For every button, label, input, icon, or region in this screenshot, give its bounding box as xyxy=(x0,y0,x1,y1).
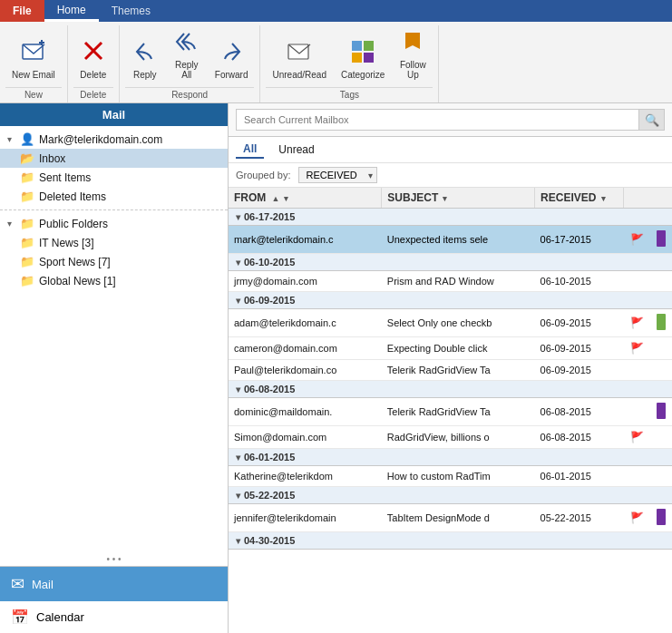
group-row[interactable]: ▾04-30-2015 xyxy=(229,532,672,550)
table-row[interactable]: mark@telerikdomain.cUnexpected items sel… xyxy=(229,226,672,254)
reply-button[interactable]: Reply xyxy=(125,35,165,83)
col-header-from[interactable]: FROM ▲ ▾ xyxy=(229,188,382,209)
filter-bar: All Unread xyxy=(229,137,672,163)
tree-root-account[interactable]: ▾ 👤 Mark@telerikdomain.com xyxy=(0,130,228,149)
delete-label: Delete xyxy=(80,70,106,80)
svg-marker-10 xyxy=(405,33,420,49)
ribbon-group-delete: Delete Delete xyxy=(68,25,120,102)
follow-up-button[interactable]: FollowUp xyxy=(393,25,433,83)
new-email-icon xyxy=(21,39,46,68)
sent-label: Sent Items xyxy=(39,171,91,184)
global-news-label: Global News [1] xyxy=(39,275,116,287)
it-news-label: IT News [3] xyxy=(39,237,93,249)
deleted-label: Deleted Items xyxy=(39,190,106,203)
table-row[interactable]: jennifer@telerikdomainTabItem DesignMode… xyxy=(229,504,672,532)
ribbon-group-delete-buttons: Delete xyxy=(73,25,113,87)
table-row[interactable]: dominic@maildomain.Telerik RadGridView T… xyxy=(229,398,672,426)
follow-up-icon xyxy=(400,29,425,58)
groupby-wrapper: RECEIVED FROM SUBJECT xyxy=(298,167,377,183)
filter-all-button[interactable]: All xyxy=(236,141,264,159)
svg-rect-7 xyxy=(364,41,374,51)
sidebar-item-global-news[interactable]: 📁 Global News [1] xyxy=(0,271,228,290)
col-header-subject[interactable]: SUBJECT ▾ xyxy=(382,188,535,209)
cell-from: cameron@domain.com xyxy=(229,337,382,360)
groupby-select[interactable]: RECEIVED FROM SUBJECT xyxy=(298,167,377,183)
ribbon-group-respond: Reply ReplyAll xyxy=(120,25,261,102)
forward-button[interactable]: Forward xyxy=(209,35,255,83)
sidebar-expand-dots[interactable]: • • • xyxy=(0,552,228,566)
reply-icon xyxy=(133,39,157,68)
sidebar-item-sent[interactable]: 📁 Sent Items xyxy=(0,168,228,187)
table-row[interactable]: Simon@domain.comRadGridView, billions o0… xyxy=(229,426,672,449)
group-toggle: ▾ xyxy=(236,536,240,546)
sidebar: Mail ▾ 👤 Mark@telerikdomain.com 📂 Inbox … xyxy=(0,103,229,633)
cell-subject: RadGridView, billions o xyxy=(382,426,535,449)
search-button[interactable]: 🔍 xyxy=(639,109,665,131)
table-row[interactable]: Paul@telerikdomain.coTelerik RadGridView… xyxy=(229,360,672,381)
cell-received: 06-09-2015 xyxy=(535,360,624,381)
tab-bar: File Home Themes xyxy=(0,0,672,22)
reply-all-label: ReplyAll xyxy=(175,60,199,80)
unread-read-button[interactable]: Unread/Read xyxy=(266,35,332,83)
email-table: FROM ▲ ▾ SUBJECT ▾ RECEIVED ▾ xyxy=(229,188,672,633)
tag-swatch xyxy=(657,314,666,330)
tab-file[interactable]: File xyxy=(0,0,44,22)
ribbon-group-tags: Unread/Read Categorize xyxy=(260,25,439,102)
group-row[interactable]: ▾06-09-2015 xyxy=(229,292,672,309)
categorize-button[interactable]: Categorize xyxy=(335,35,391,83)
calendar-nav-label: Calendar xyxy=(36,610,84,624)
tab-home[interactable]: Home xyxy=(44,0,99,22)
table-row[interactable]: adam@telerikdomain.cSelect Only one chec… xyxy=(229,309,672,337)
sidebar-item-public-folders[interactable]: ▾ 📁 Public Folders xyxy=(0,214,228,233)
filter-unread-button[interactable]: Unread xyxy=(271,141,321,158)
cell-flag xyxy=(624,398,650,426)
sidebar-item-inbox[interactable]: 📂 Inbox xyxy=(0,149,228,168)
inbox-label: Inbox xyxy=(39,152,65,165)
sidebar-header: Mail xyxy=(0,103,228,126)
col-from-filter-icon: ▾ xyxy=(284,194,288,203)
group-row[interactable]: ▾06-10-2015 xyxy=(229,254,672,271)
col-header-received[interactable]: RECEIVED ▾ xyxy=(535,188,624,209)
delete-button[interactable]: Delete xyxy=(73,35,113,83)
group-row[interactable]: ▾06-17-2015 xyxy=(229,209,672,226)
deleted-icon: 📁 xyxy=(20,190,34,203)
tree-expand-root: ▾ xyxy=(7,134,20,144)
search-input[interactable] xyxy=(236,109,639,131)
sidebar-item-deleted[interactable]: 📁 Deleted Items xyxy=(0,187,228,206)
cell-from: jennifer@telerikdomain xyxy=(229,504,382,532)
cell-received: 06-08-2015 xyxy=(535,398,624,426)
group-toggle: ▾ xyxy=(236,212,240,222)
inbox-icon: 📂 xyxy=(20,151,34,165)
nav-item-mail[interactable]: ✉ Mail xyxy=(0,567,228,601)
flag-icon: 🚩 xyxy=(630,431,644,443)
new-email-button[interactable]: New Email xyxy=(5,35,62,83)
group-row[interactable]: ▾05-22-2015 xyxy=(229,487,672,504)
email-tbody: ▾06-17-2015mark@telerikdomain.cUnexpecte… xyxy=(229,209,672,550)
col-received-label: RECEIVED xyxy=(541,191,596,204)
mail-nav-icon: ✉ xyxy=(11,574,24,594)
delete-icon xyxy=(82,39,105,68)
tree-account-icon: 👤 xyxy=(20,132,34,146)
table-row[interactable]: Katherine@telerikdomHow to custom RadTim… xyxy=(229,466,672,487)
group-toggle: ▾ xyxy=(236,296,240,306)
sidebar-item-it-news[interactable]: 📁 IT News [3] xyxy=(0,233,228,252)
reply-all-button[interactable]: ReplyAll xyxy=(167,25,207,83)
forward-label: Forward xyxy=(215,70,248,80)
tree-account-label: Mark@telerikdomain.com xyxy=(39,133,162,146)
sidebar-tree: ▾ 👤 Mark@telerikdomain.com 📂 Inbox 📁 Sen… xyxy=(0,126,228,552)
sidebar-bottom-nav: ✉ Mail 📅 Calendar xyxy=(0,566,228,633)
cell-from: mark@telerikdomain.c xyxy=(229,226,382,254)
group-row[interactable]: ▾06-01-2015 xyxy=(229,449,672,466)
tab-themes[interactable]: Themes xyxy=(99,0,163,22)
table-row[interactable]: cameron@domain.comExpecting Double click… xyxy=(229,337,672,360)
cell-flag: 🚩 xyxy=(624,337,650,360)
nav-item-calendar[interactable]: 📅 Calendar xyxy=(0,601,228,633)
sidebar-item-sport-news[interactable]: 📁 Sport News [7] xyxy=(0,252,228,271)
ribbon-group-tags-buttons: Unread/Read Categorize xyxy=(266,25,433,87)
cell-flag xyxy=(624,466,650,487)
unread-read-label: Unread/Read xyxy=(272,70,326,80)
cell-flag: 🚩 xyxy=(624,309,650,337)
table-row[interactable]: jrmy@domain.comPrism and RAD Window06-10… xyxy=(229,271,672,292)
main-layout: Mail ▾ 👤 Mark@telerikdomain.com 📂 Inbox … xyxy=(0,103,672,633)
group-row[interactable]: ▾06-08-2015 xyxy=(229,381,672,398)
